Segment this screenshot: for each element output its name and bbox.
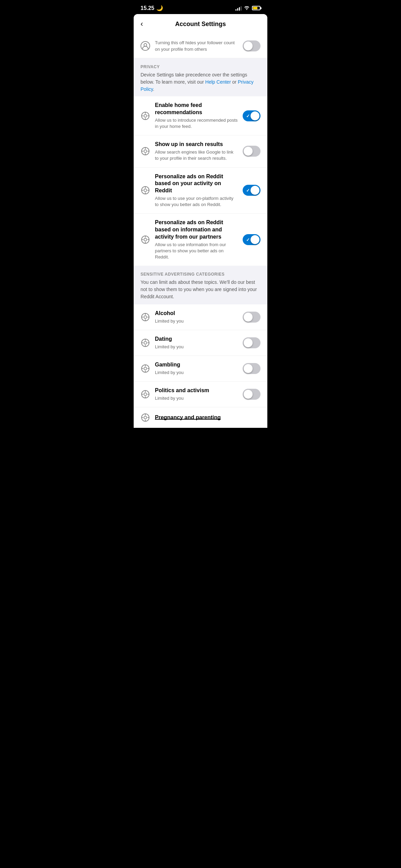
alcohol-info: Alcohol Limited by you xyxy=(155,310,238,324)
dating-icon xyxy=(141,338,150,348)
personalize-reddit-title: Personalize ads on Reddit based on your … xyxy=(155,173,238,194)
search-results-row: Show up in search results Allow search e… xyxy=(134,135,267,167)
moon-icon: 🌙 xyxy=(156,5,163,11)
status-left: 15.25 🌙 xyxy=(141,5,163,11)
alcohol-title: Alcohol xyxy=(155,310,238,317)
gambling-icon xyxy=(141,364,150,373)
pregnancy-icon xyxy=(141,413,150,422)
politics-info: Politics and activism Limited by you xyxy=(155,387,238,401)
dating-row: Dating Limited by you xyxy=(134,330,267,356)
gambling-toggle[interactable] xyxy=(243,363,260,374)
personalize-partners-row: Personalize ads on Reddit based on infor… xyxy=(134,214,267,266)
search-results-toggle[interactable] xyxy=(243,146,260,157)
svg-point-11 xyxy=(144,316,147,318)
svg-point-9 xyxy=(144,238,147,241)
svg-point-7 xyxy=(144,189,147,192)
alcohol-subtitle: Limited by you xyxy=(155,318,238,324)
home-feed-subtitle: Allow us to introduce recommended posts … xyxy=(155,117,238,130)
search-results-subtitle: Allow search engines like Google to link… xyxy=(155,149,238,161)
home-feed-icon xyxy=(141,111,150,121)
person-icon xyxy=(141,41,150,51)
politics-subtitle: Limited by you xyxy=(155,395,238,401)
search-results-info: Show up in search results Allow search e… xyxy=(155,141,238,161)
home-feed-toggle[interactable]: ✓ xyxy=(243,110,260,121)
home-feed-title: Enable home feed recommendations xyxy=(155,102,238,116)
sensitive-section-title: SENSITIVE ADVERTISING CATEGORIES xyxy=(141,272,260,277)
follower-description: Turning this off hides your follower cou… xyxy=(155,40,235,52)
personalize-reddit-subtitle: Allow us to use your on-platform activit… xyxy=(155,195,238,208)
personalize-partners-title: Personalize ads on Reddit based on infor… xyxy=(155,219,238,240)
personalize-reddit-icon xyxy=(141,185,150,195)
help-center-link[interactable]: Help Center xyxy=(205,79,231,85)
dating-info: Dating Limited by you xyxy=(155,336,238,350)
personalize-partners-info: Personalize ads on Reddit based on infor… xyxy=(155,219,238,260)
sensitive-section-header: SENSITIVE ADVERTISING CATEGORIES You can… xyxy=(134,266,267,304)
alcohol-row: Alcohol Limited by you xyxy=(134,304,267,330)
page-title: Account Settings xyxy=(175,21,226,28)
svg-point-15 xyxy=(144,367,147,370)
svg-point-3 xyxy=(144,114,147,117)
personalize-partners-toggle[interactable]: ✓ xyxy=(243,234,260,245)
politics-toggle[interactable] xyxy=(243,389,260,400)
politics-title: Politics and activism xyxy=(155,387,238,394)
gambling-subtitle: Limited by you xyxy=(155,370,238,376)
politics-icon xyxy=(141,389,150,399)
personalize-partners-subtitle: Allow us to use information from our par… xyxy=(155,242,238,261)
gambling-title: Gambling xyxy=(155,361,238,369)
follower-info: Turning this off hides your follower cou… xyxy=(155,39,238,52)
wifi-icon xyxy=(244,5,250,11)
privacy-settings-list: Enable home feed recommendations Allow u… xyxy=(134,96,267,266)
sensitive-section-desc: You can limit ads about these topics. We… xyxy=(141,279,260,300)
privacy-section-desc: Device Settings take precedence over the… xyxy=(141,71,260,93)
svg-point-19 xyxy=(144,416,147,419)
battery-icon xyxy=(252,6,260,10)
gambling-info: Gambling Limited by you xyxy=(155,361,238,376)
follower-count-row: Turning this off hides your follower cou… xyxy=(134,34,267,58)
gambling-row: Gambling Limited by you xyxy=(134,356,267,382)
search-results-title: Show up in search results xyxy=(155,141,238,148)
pregnancy-row: Pregnancy and parenting xyxy=(134,407,267,428)
dating-subtitle: Limited by you xyxy=(155,344,238,350)
pregnancy-title: Pregnancy and parenting xyxy=(155,414,221,421)
personalize-reddit-info: Personalize ads on Reddit based on your … xyxy=(155,173,238,208)
home-feed-info: Enable home feed recommendations Allow u… xyxy=(155,102,238,130)
privacy-section-title: PRIVACY xyxy=(141,64,260,69)
status-right xyxy=(235,5,260,11)
main-content: ‹ Account Settings Turning this off hide… xyxy=(134,14,267,428)
signal-icon xyxy=(235,6,242,11)
personalize-partners-icon xyxy=(141,235,150,244)
dating-title: Dating xyxy=(155,336,238,343)
search-results-icon xyxy=(141,146,150,156)
time-display: 15.25 xyxy=(141,5,154,11)
svg-point-1 xyxy=(144,44,147,46)
personalize-reddit-row: Personalize ads on Reddit based on your … xyxy=(134,168,267,214)
privacy-section-header: PRIVACY Device Settings take precedence … xyxy=(134,58,267,96)
pregnancy-info: Pregnancy and parenting xyxy=(155,414,260,421)
dating-toggle[interactable] xyxy=(243,337,260,348)
politics-row: Politics and activism Limited by you xyxy=(134,382,267,407)
alcohol-toggle[interactable] xyxy=(243,312,260,323)
status-bar: 15.25 🌙 xyxy=(134,0,267,14)
personalize-reddit-toggle[interactable]: ✓ xyxy=(243,185,260,196)
svg-point-5 xyxy=(144,150,147,153)
ad-categories-list: Alcohol Limited by you Dating Limited by… xyxy=(134,304,267,428)
svg-point-17 xyxy=(144,393,147,396)
follower-toggle[interactable] xyxy=(243,40,260,51)
home-feed-row: Enable home feed recommendations Allow u… xyxy=(134,96,267,135)
alcohol-icon xyxy=(141,312,150,322)
nav-header: ‹ Account Settings xyxy=(134,14,267,34)
back-button[interactable]: ‹ xyxy=(141,20,143,28)
svg-point-13 xyxy=(144,341,147,344)
